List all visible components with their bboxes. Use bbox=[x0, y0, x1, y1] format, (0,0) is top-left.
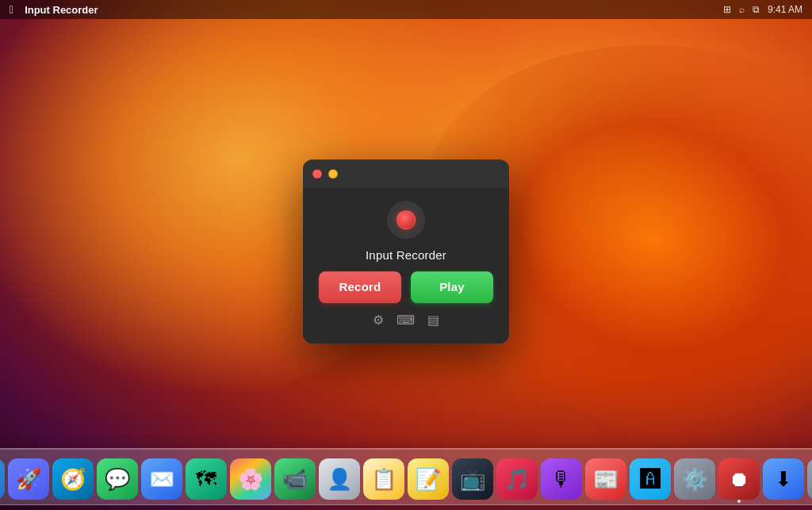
dock-item-appletv[interactable]: 📺 bbox=[452, 458, 493, 500]
menubar-search-icon[interactable]: ⌕ bbox=[739, 4, 745, 15]
dock-item-news[interactable]: 📰 bbox=[585, 458, 626, 500]
dock-input-recorder-active-dot bbox=[737, 500, 741, 503]
app-window: Input Recorder Record Play ⚙ ⌨ ▤ bbox=[303, 159, 509, 343]
keyboard-icon[interactable]: ⌨ bbox=[396, 313, 415, 328]
window-content: Input Recorder Record Play ⚙ ⌨ ▤ bbox=[303, 188, 509, 343]
dock-item-launchpad[interactable]: 🚀 bbox=[8, 458, 49, 500]
menubar-icon-1[interactable]: ⊞ bbox=[723, 4, 731, 15]
toolbar-icons: ⚙ ⌨ ▤ bbox=[373, 313, 439, 328]
dock-item-maps[interactable]: 🗺 bbox=[186, 458, 227, 500]
dock: 🚀 🧭 💬 ✉️ 🗺 🌸 📹 👤 bbox=[0, 448, 812, 505]
dock-item-appstore[interactable]: 🅰 bbox=[630, 458, 671, 500]
dock-item-downloads[interactable]: ⬇ bbox=[763, 458, 804, 500]
window-minimize-button[interactable] bbox=[328, 169, 338, 178]
desktop:  Input Recorder ⊞ ⌕ ⧉ 9:41 AM Input Rec… bbox=[0, 0, 812, 510]
dock-item-contacts[interactable]: 👤 bbox=[319, 458, 360, 500]
dock-item-safari[interactable]: 🧭 bbox=[52, 458, 94, 500]
buttons-row: Record Play bbox=[319, 271, 493, 303]
menubar-left:  Input Recorder bbox=[10, 3, 98, 16]
settings-icon[interactable]: ⚙ bbox=[373, 313, 384, 328]
dock-item-input-recorder[interactable]: ⏺ bbox=[718, 458, 760, 500]
menubar:  Input Recorder ⊞ ⌕ ⧉ 9:41 AM bbox=[0, 0, 812, 19]
app-window-title: Input Recorder bbox=[366, 248, 446, 262]
menubar-right: ⊞ ⌕ ⧉ 9:41 AM bbox=[723, 4, 802, 15]
menubar-clock: 9:41 AM bbox=[768, 4, 802, 15]
dock-item-messages[interactable]: 💬 bbox=[97, 458, 138, 500]
dock-item-facetime[interactable]: 📹 bbox=[274, 458, 316, 500]
dock-item-reminders[interactable]: 📋 bbox=[363, 458, 404, 500]
app-record-icon bbox=[387, 201, 425, 239]
dock-item-podcasts[interactable]: 🎙 bbox=[541, 458, 582, 500]
dock-item-notes[interactable]: 📝 bbox=[408, 458, 449, 500]
display-icon[interactable]: ▤ bbox=[427, 313, 439, 328]
record-dot-icon bbox=[396, 210, 416, 229]
dock-item-finder[interactable] bbox=[0, 458, 5, 500]
window-titlebar bbox=[303, 159, 509, 188]
window-close-button[interactable] bbox=[312, 169, 322, 178]
dock-item-system-preferences[interactable]: ⚙️ bbox=[674, 458, 715, 500]
dock-item-music[interactable]: 🎵 bbox=[496, 458, 538, 500]
dock-item-trash[interactable]: 🗑 bbox=[807, 458, 812, 500]
app-menu-title[interactable]: Input Recorder bbox=[25, 4, 98, 16]
dock-item-photos[interactable]: 🌸 bbox=[230, 458, 271, 500]
dock-item-mail[interactable]: ✉️ bbox=[141, 458, 182, 500]
apple-menu-icon[interactable]:  bbox=[10, 3, 13, 16]
record-button[interactable]: Record bbox=[319, 271, 401, 303]
play-button[interactable]: Play bbox=[411, 271, 493, 303]
menubar-control-center-icon[interactable]: ⧉ bbox=[753, 4, 760, 15]
